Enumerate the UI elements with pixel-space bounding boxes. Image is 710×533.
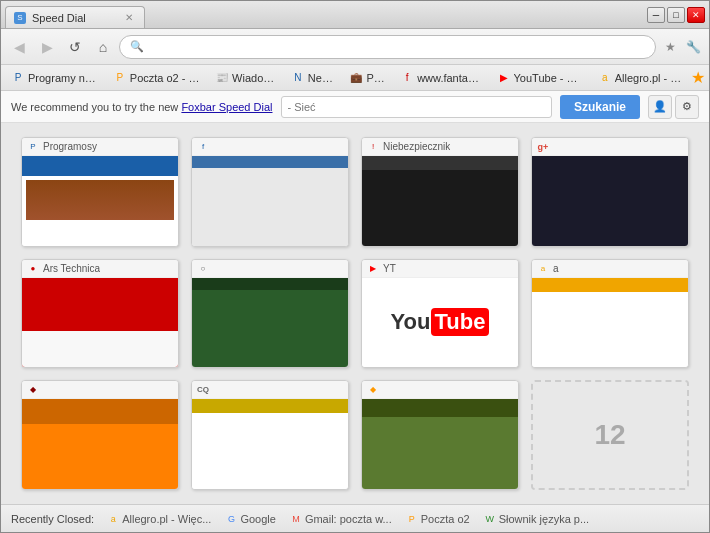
dial-item-googleplus[interactable]: g+ bbox=[531, 137, 689, 247]
dial-preview bbox=[192, 399, 348, 489]
tab-area: S Speed Dial ✕ bbox=[5, 1, 643, 28]
bookmark-programy[interactable]: P Programy na Pro... bbox=[5, 69, 105, 87]
bookmarks-end-star[interactable]: ★ bbox=[691, 68, 705, 87]
bookmark-favicon: N bbox=[291, 71, 305, 85]
dial-title: Ars Technica bbox=[43, 263, 100, 274]
minimize-button[interactable]: ─ bbox=[647, 7, 665, 23]
address-bar[interactable]: 🔍 bbox=[119, 35, 656, 59]
tab-favicon: S bbox=[14, 12, 26, 24]
dial-header: ! Niebezpiecznik bbox=[362, 138, 518, 156]
bookmarks-bar: P Programy na Pro... P Poczta o2 - darm.… bbox=[1, 65, 709, 91]
foxbar-settings-icon[interactable]: ⚙ bbox=[675, 95, 699, 119]
dial-preview bbox=[532, 278, 688, 368]
dial-item-bio[interactable]: ○ bbox=[191, 259, 349, 369]
forward-button[interactable]: ▶ bbox=[35, 35, 59, 59]
bookmark-star-icon[interactable]: ★ bbox=[660, 37, 680, 57]
bookmark-youtube[interactable]: ▶ YouTube - Broad... bbox=[491, 69, 590, 87]
foxbar-search-button[interactable]: Szukanie bbox=[560, 95, 640, 119]
yt-tube-text: Tube bbox=[431, 308, 490, 336]
tab-close-button[interactable]: ✕ bbox=[122, 11, 136, 24]
navigation-toolbar: ◀ ▶ ↺ ⌂ 🔍 ★ 🔧 bbox=[1, 29, 709, 65]
dial-header: ▶ YT bbox=[362, 260, 518, 278]
dial-preview bbox=[192, 278, 348, 368]
wrench-icon[interactable]: 🔧 bbox=[683, 37, 703, 57]
rc-label-text: Gmail: poczta w... bbox=[305, 513, 392, 525]
bookmark-wiadomosci[interactable]: 📰 Wiadomości bbox=[209, 69, 283, 87]
bookmark-favicon: P bbox=[113, 71, 127, 85]
empty-number: 12 bbox=[594, 419, 625, 451]
reload-button[interactable]: ↺ bbox=[63, 35, 87, 59]
dial-favicon: CQ bbox=[197, 384, 209, 396]
bookmark-favicon: 📰 bbox=[215, 71, 229, 85]
bookmark-poczta[interactable]: P Poczta o2 - darm... bbox=[107, 69, 207, 87]
dial-header: ○ bbox=[192, 260, 348, 278]
rc-item-poczta[interactable]: P Poczta o2 bbox=[401, 512, 475, 526]
dial-title: YT bbox=[383, 263, 396, 274]
bookmark-label: www.fantastyka... bbox=[417, 72, 482, 84]
dial-favicon: ◆ bbox=[27, 384, 39, 396]
foxbar-link[interactable]: Foxbar Speed Dial bbox=[181, 101, 272, 113]
rc-favicon: M bbox=[290, 513, 302, 525]
bookmark-allegro[interactable]: a Allegro.pl - Więc... bbox=[592, 69, 689, 87]
dial-favicon: ! bbox=[367, 141, 379, 153]
rc-item-allegro[interactable]: a Allegro.pl - Więc... bbox=[102, 512, 216, 526]
dial-item-ars[interactable]: ● Ars Technica bbox=[21, 259, 179, 369]
dial-item-allegro[interactable]: a a bbox=[531, 259, 689, 369]
dial-preview bbox=[192, 156, 348, 246]
dial-preview bbox=[22, 278, 178, 368]
recently-closed-bar: Recently Closed: a Allegro.pl - Więc... … bbox=[1, 504, 709, 532]
dial-preview: 12 bbox=[533, 382, 687, 488]
rc-label-text: Google bbox=[240, 513, 275, 525]
dial-header: P Programosy bbox=[22, 138, 178, 156]
foxbar-search-input[interactable] bbox=[281, 96, 552, 118]
dial-preview bbox=[22, 399, 178, 489]
titlebar: S Speed Dial ✕ ─ □ ✕ bbox=[1, 1, 709, 29]
yt-you-text: You bbox=[391, 309, 431, 335]
dial-header: ◆ bbox=[22, 381, 178, 399]
dial-item-niebezpiecznik[interactable]: ! Niebezpiecznik bbox=[361, 137, 519, 247]
search-icon: 🔍 bbox=[130, 40, 144, 53]
dial-item-youtube[interactable]: ▶ YT YouTube bbox=[361, 259, 519, 369]
dial-item-cq[interactable]: CQ bbox=[191, 380, 349, 490]
dial-preview bbox=[532, 156, 688, 246]
dial-favicon: P bbox=[27, 141, 39, 153]
dial-item-9[interactable]: ◆ bbox=[21, 380, 179, 490]
foxbar-icon-group: 👤 ⚙ bbox=[648, 95, 699, 119]
bookmark-label: Allegro.pl - Więc... bbox=[615, 72, 683, 84]
rc-item-gmail[interactable]: M Gmail: poczta w... bbox=[285, 512, 397, 526]
dial-header: f bbox=[192, 138, 348, 156]
tab-title: Speed Dial bbox=[32, 12, 86, 24]
dial-header: CQ bbox=[192, 381, 348, 399]
bookmark-praca[interactable]: 💼 Praca bbox=[343, 69, 392, 87]
dial-favicon: ○ bbox=[197, 262, 209, 274]
dial-item-forum[interactable]: f bbox=[191, 137, 349, 247]
toolbar-right: ★ 🔧 bbox=[660, 37, 703, 57]
back-button[interactable]: ◀ bbox=[7, 35, 31, 59]
rc-label-text: Poczta o2 bbox=[421, 513, 470, 525]
foxbar-user-icon[interactable]: 👤 bbox=[648, 95, 672, 119]
close-button[interactable]: ✕ bbox=[687, 7, 705, 23]
foxbar-text: We recommend you to try the new Foxbar S… bbox=[11, 101, 273, 113]
bookmark-favicon: f bbox=[400, 71, 414, 85]
home-button[interactable]: ⌂ bbox=[91, 35, 115, 59]
rc-item-slownik[interactable]: W Słownik języka p... bbox=[479, 512, 594, 526]
dial-item-empty[interactable]: 12 bbox=[531, 380, 689, 490]
bookmark-netinfo[interactable]: N Net Info bbox=[285, 69, 342, 87]
bookmark-label: Praca bbox=[366, 72, 386, 84]
window-controls: ─ □ ✕ bbox=[647, 7, 705, 23]
dial-header: ◆ bbox=[362, 381, 518, 399]
recently-closed-label: Recently Closed: bbox=[11, 513, 94, 525]
dial-item-programosy[interactable]: P Programosy bbox=[21, 137, 179, 247]
dial-preview bbox=[362, 156, 518, 246]
browser-window: S Speed Dial ✕ ─ □ ✕ ◀ ▶ ↺ ⌂ 🔍 ★ 🔧 P Pro… bbox=[0, 0, 710, 533]
rc-label-text: Allegro.pl - Więc... bbox=[122, 513, 211, 525]
dial-favicon: f bbox=[197, 141, 209, 153]
rc-item-google[interactable]: G Google bbox=[220, 512, 280, 526]
rc-favicon: a bbox=[107, 513, 119, 525]
maximize-button[interactable]: □ bbox=[667, 7, 685, 23]
bookmark-fantastyka[interactable]: f www.fantastyka... bbox=[394, 69, 488, 87]
dial-favicon: ▶ bbox=[367, 262, 379, 274]
dial-favicon: a bbox=[537, 262, 549, 274]
active-tab[interactable]: S Speed Dial ✕ bbox=[5, 6, 145, 28]
dial-item-11[interactable]: ◆ bbox=[361, 380, 519, 490]
